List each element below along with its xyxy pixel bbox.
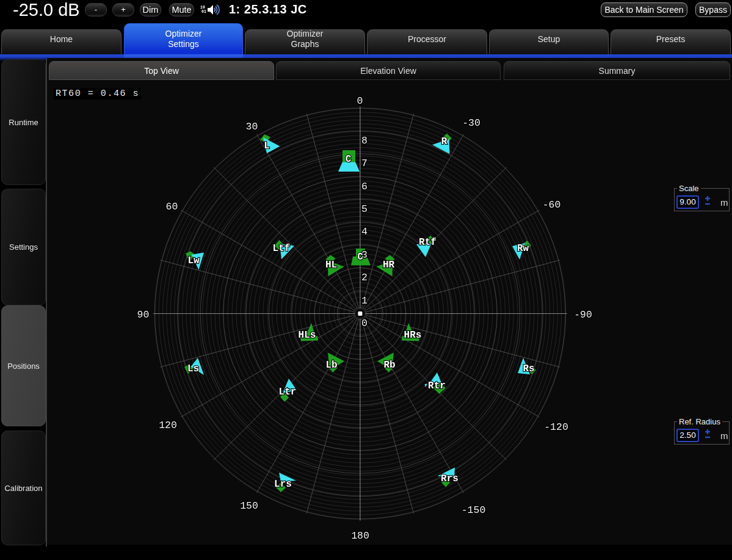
svg-text:6: 6 <box>361 181 368 192</box>
svg-text:Rtf: Rtf <box>419 237 437 248</box>
svg-text:Lrs: Lrs <box>274 479 292 490</box>
svg-text:120: 120 <box>159 420 177 431</box>
svg-text:HL: HL <box>325 260 337 271</box>
svg-text:HLs: HLs <box>299 330 316 341</box>
svg-text:30: 30 <box>246 121 258 133</box>
svg-text:Rw: Rw <box>517 243 529 254</box>
svg-text:5: 5 <box>361 203 368 215</box>
svg-text:Lw: Lw <box>187 255 200 266</box>
svg-text:90: 90 <box>137 309 150 321</box>
svg-text:Rb: Rb <box>383 360 395 371</box>
svg-text:Rrs: Rrs <box>441 473 458 484</box>
svg-text:01: 01 <box>201 10 206 14</box>
svg-text:R: R <box>441 136 448 147</box>
svg-text:Rtr: Rtr <box>428 380 446 391</box>
svg-text:HR: HR <box>383 260 395 271</box>
svg-text:7: 7 <box>361 158 368 169</box>
svg-text:Lb: Lb <box>325 360 337 371</box>
svg-text:C: C <box>346 154 352 165</box>
svg-text:Ls: Ls <box>187 363 199 374</box>
svg-text:4: 4 <box>361 226 368 238</box>
svg-text:-60: -60 <box>543 199 561 211</box>
svg-text:HRs: HRs <box>404 330 422 341</box>
svg-text:180: 180 <box>351 530 369 542</box>
svg-text:L: L <box>264 140 270 151</box>
svg-text:-120: -120 <box>544 421 568 433</box>
svg-text:Rs: Rs <box>523 363 534 374</box>
svg-text:60: 60 <box>166 201 178 213</box>
svg-text:1: 1 <box>361 295 368 307</box>
svg-text:150: 150 <box>240 500 258 512</box>
svg-text:0: 0 <box>357 95 363 107</box>
svg-text:2: 2 <box>361 272 368 283</box>
svg-text:8: 8 <box>361 135 368 147</box>
svg-text:-90: -90 <box>574 309 592 321</box>
svg-text:-150: -150 <box>462 504 486 516</box>
svg-text:-30: -30 <box>462 117 480 129</box>
svg-text:Ltr: Ltr <box>279 387 297 398</box>
svg-text:Ltf: Ltf <box>273 243 291 254</box>
svg-text:C: C <box>357 252 363 263</box>
svg-text:0: 0 <box>361 318 368 329</box>
